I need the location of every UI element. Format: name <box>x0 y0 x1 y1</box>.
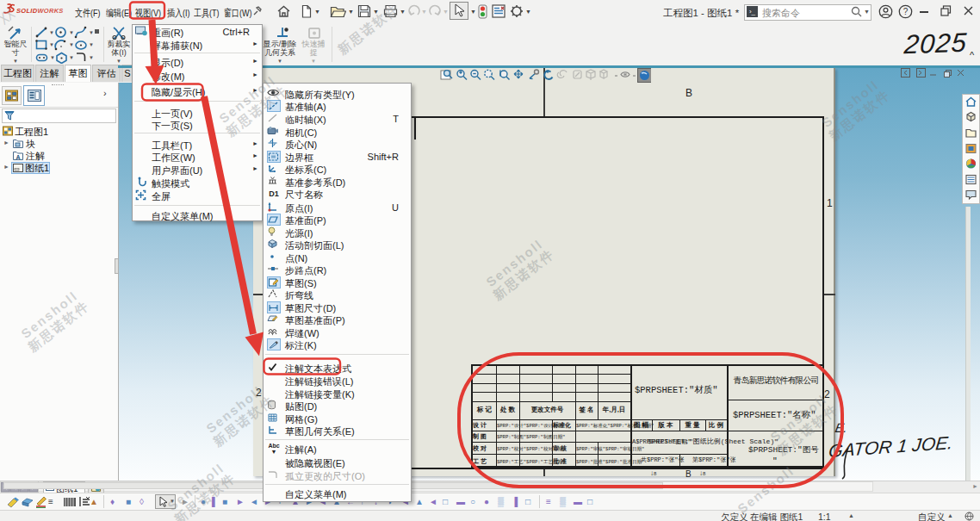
svg-text:A: A <box>16 154 20 160</box>
svg-text:?: ? <box>903 7 909 16</box>
